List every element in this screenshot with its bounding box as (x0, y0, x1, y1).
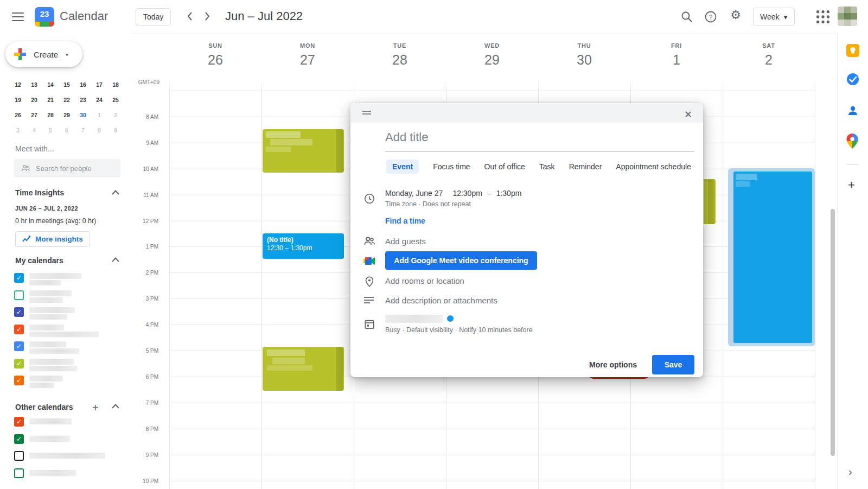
collapse-my-calendars-icon[interactable] (112, 257, 119, 262)
tab-focus-time[interactable]: Focus time (433, 162, 470, 171)
mini-calendar-day[interactable]: 1 (91, 107, 107, 123)
mini-calendar-day[interactable]: 6 (59, 123, 75, 138)
calendar-list-item[interactable] (14, 468, 123, 479)
add-rooms-location-input[interactable]: Add rooms or location (385, 276, 464, 285)
get-addons-icon[interactable]: + (848, 178, 855, 192)
mini-calendar-day[interactable]: 16 (75, 77, 91, 92)
mini-calendar-day[interactable]: 18 (107, 77, 124, 92)
today-button[interactable]: Today (136, 8, 171, 26)
checked-checkbox[interactable]: ✓ (14, 359, 24, 369)
vertical-scrollbar[interactable] (831, 209, 835, 456)
unchecked-checkbox[interactable] (14, 451, 24, 461)
unchecked-checkbox[interactable] (14, 290, 24, 300)
hide-side-panel-icon[interactable]: › (848, 466, 852, 478)
mini-calendar-day[interactable]: 5 (42, 123, 59, 138)
calendar-list-item[interactable]: ✓ (14, 359, 123, 370)
day-number[interactable]: 2 (723, 52, 815, 68)
google-apps-grid-icon[interactable] (816, 10, 829, 23)
event-date[interactable]: Monday, June 27 (385, 189, 443, 198)
event-monday-no-title[interactable]: (No title) 12:30 – 1:30pm (263, 233, 344, 259)
mini-calendar-day[interactable]: 17 (91, 77, 107, 92)
event-friday-partial[interactable] (704, 179, 716, 224)
checked-checkbox[interactable]: ✓ (14, 273, 24, 283)
day-number[interactable]: 30 (538, 52, 630, 68)
tab-out-of-office[interactable]: Out of office (484, 162, 525, 171)
add-guests-input[interactable]: Add guests (385, 237, 426, 246)
help-icon[interactable]: ? (704, 10, 717, 23)
tab-reminder[interactable]: Reminder (569, 162, 602, 171)
google-tasks-icon[interactable] (846, 73, 859, 86)
mini-calendar-day[interactable]: 26 (10, 107, 26, 123)
unchecked-checkbox[interactable] (14, 468, 24, 478)
mini-calendar-day[interactable]: 15 (59, 77, 75, 92)
mini-calendar-day[interactable]: 28 (42, 107, 59, 123)
mini-calendar-day[interactable]: 27 (26, 107, 42, 123)
calendar-list-item[interactable]: ✓ (14, 417, 123, 428)
collapse-time-insights-icon[interactable] (112, 190, 119, 195)
more-options-button[interactable]: More options (582, 355, 644, 374)
view-selector-button[interactable]: Week ▾ (753, 8, 795, 26)
search-icon[interactable] (680, 10, 693, 23)
dialog-drag-bar[interactable]: ✕ (350, 103, 703, 123)
event-monday-evening[interactable] (263, 347, 344, 391)
mini-calendar-day[interactable]: 30 (75, 107, 91, 123)
mini-calendar-day[interactable]: 3 (10, 123, 26, 138)
main-menu-icon[interactable] (12, 12, 24, 21)
add-description-input[interactable]: Add description or attachments (385, 296, 497, 305)
event-start-time[interactable]: 12:30pm (452, 189, 482, 198)
calendar-list-item[interactable] (14, 451, 123, 462)
mini-calendar-day[interactable]: 12 (10, 77, 26, 92)
checked-checkbox[interactable]: ✓ (14, 417, 24, 427)
settings-gear-icon[interactable]: ⚙ (729, 9, 742, 22)
calendar-list-item[interactable]: ✓ (14, 307, 123, 318)
event-title-input[interactable]: Add title (385, 130, 429, 144)
close-icon[interactable]: ✕ (682, 106, 694, 123)
checked-checkbox[interactable]: ✓ (14, 434, 24, 444)
event-saturday-selected[interactable] (728, 168, 815, 346)
mini-calendar-day[interactable]: 9 (107, 123, 124, 138)
mini-calendar-day[interactable]: 21 (42, 92, 59, 107)
day-number[interactable]: 28 (354, 52, 446, 68)
next-week-icon[interactable] (204, 11, 210, 22)
google-keep-icon[interactable] (846, 44, 859, 57)
search-people-input[interactable]: Search for people (14, 159, 120, 177)
checked-checkbox[interactable]: ✓ (14, 341, 24, 351)
add-google-meet-button[interactable]: Add Google Meet video conferencing (385, 251, 537, 270)
calendar-list-item[interactable]: ✓ (14, 341, 123, 352)
day-number[interactable]: 26 (169, 52, 261, 68)
google-maps-icon[interactable] (846, 134, 858, 149)
tab-task[interactable]: Task (539, 162, 555, 171)
mini-calendar-day[interactable]: 13 (26, 77, 42, 92)
mini-calendar-day[interactable]: 19 (10, 92, 26, 107)
user-avatar[interactable] (838, 7, 857, 26)
calendar-list-item[interactable]: ✓ (14, 273, 123, 284)
calendar-logo-icon[interactable]: 23 (35, 7, 54, 27)
google-contacts-icon[interactable] (846, 104, 859, 117)
mini-calendar-day[interactable]: 4 (26, 123, 42, 138)
tab-event[interactable]: Event (386, 160, 419, 174)
tab-appointment-schedule[interactable]: Appointment schedule (616, 162, 691, 171)
checked-checkbox[interactable]: ✓ (14, 307, 24, 317)
add-other-calendar-icon[interactable]: + (92, 402, 99, 414)
calendar-list-item[interactable]: ✓ (14, 325, 123, 335)
mini-calendar-day[interactable]: 2 (107, 107, 124, 123)
mini-calendar-day[interactable]: 20 (26, 92, 42, 107)
event-datetime-row[interactable]: Monday, June 27 12:30pm – 1:30pm (385, 189, 521, 198)
event-monday-morning[interactable] (263, 129, 344, 173)
calendar-list-item[interactable] (14, 290, 123, 301)
checked-checkbox[interactable]: ✓ (14, 325, 24, 334)
mini-calendar-day[interactable]: 7 (75, 123, 91, 138)
mini-calendar-day[interactable]: 25 (107, 92, 124, 107)
mini-calendar-day[interactable]: 29 (59, 107, 75, 123)
previous-week-icon[interactable] (187, 11, 193, 22)
day-number[interactable]: 29 (446, 52, 538, 68)
collapse-other-calendars-icon[interactable] (112, 404, 119, 409)
mini-calendar-day[interactable]: 24 (91, 92, 107, 107)
mini-calendar-day[interactable]: 23 (75, 92, 91, 107)
create-button[interactable]: Create ▾ (5, 41, 82, 67)
day-number[interactable]: 1 (630, 52, 723, 68)
mini-calendar-day[interactable]: 8 (91, 123, 107, 138)
save-button[interactable]: Save (652, 355, 694, 374)
drag-handle-icon[interactable] (362, 111, 371, 116)
find-a-time-link[interactable]: Find a time (385, 217, 425, 225)
